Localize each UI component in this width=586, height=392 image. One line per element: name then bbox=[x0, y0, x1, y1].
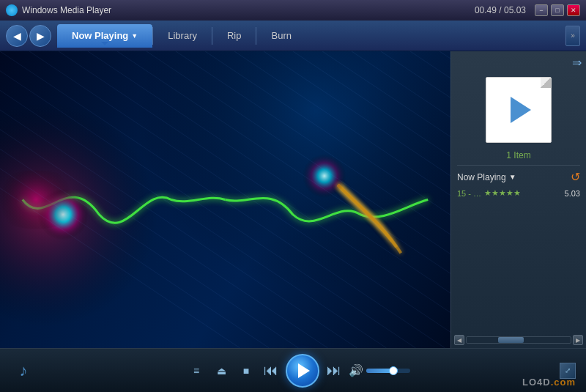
scroll-left-button[interactable]: ◀ bbox=[454, 335, 464, 345]
title-bar: Windows Media Player 00.49 / 05.03 − □ ✕ bbox=[0, 0, 586, 21]
close-button[interactable]: ✕ bbox=[567, 4, 580, 16]
scrollbar-track[interactable] bbox=[466, 336, 571, 344]
prev-button[interactable]: ⏮ bbox=[261, 360, 281, 381]
item-count: 1 Item bbox=[451, 146, 586, 163]
controls-bar: ♪ ≡ ⏏ ■ ⏮ Play ⏭ 🔊 ⤢ LO4D.com bbox=[0, 348, 586, 392]
main-content: ⇒ 1 Item Now Playing ▼ ↺ 15 - … ★★★★★ 5.… bbox=[0, 51, 586, 348]
track-name: 15 - … bbox=[457, 189, 481, 198]
more-tabs-button[interactable]: » bbox=[565, 26, 580, 46]
tab-library[interactable]: Library bbox=[153, 24, 212, 48]
track-duration: 5.03 bbox=[565, 189, 580, 198]
track-row: 15 - … ★★★★★ 5.03 bbox=[451, 187, 586, 199]
panel-divider-1 bbox=[457, 165, 580, 166]
back-forward-group: ◀ ▶ bbox=[6, 25, 51, 47]
volume-thumb bbox=[389, 366, 398, 375]
visualization-canvas bbox=[0, 51, 450, 348]
refresh-icon[interactable]: ↺ bbox=[571, 170, 580, 184]
play-icon bbox=[298, 363, 310, 378]
nav-bar: ◀ ▶ Now Playing ▼ Library Rip Burn » bbox=[0, 21, 586, 51]
playback-time: 00.49 / 05.03 bbox=[475, 5, 526, 15]
volume-slider[interactable] bbox=[366, 369, 410, 373]
panel-thumbnail bbox=[451, 74, 586, 146]
scrollbar-thumb bbox=[498, 337, 524, 343]
panel-top: ⇒ bbox=[451, 51, 586, 74]
volume-control: 🔊 bbox=[349, 363, 410, 377]
play-button[interactable] bbox=[286, 354, 319, 388]
minimize-button[interactable]: − bbox=[535, 4, 548, 16]
eject-button[interactable]: ⏏ bbox=[211, 360, 231, 381]
maximize-button[interactable]: □ bbox=[551, 4, 564, 16]
panel-scrollbar: ◀ ▶ bbox=[451, 332, 586, 348]
visualization-area bbox=[0, 51, 450, 348]
stop-button[interactable]: ■ bbox=[236, 360, 256, 381]
forward-button[interactable]: ▶ bbox=[29, 25, 51, 47]
playback-controls: ≡ ⏏ ■ ⏮ Play ⏭ 🔊 bbox=[44, 354, 552, 388]
app-icon bbox=[6, 4, 18, 16]
volume-icon: 🔊 bbox=[349, 363, 363, 377]
now-playing-bar: Now Playing ▼ ↺ bbox=[451, 167, 586, 187]
panel-arrow-icon[interactable]: ⇒ bbox=[572, 56, 582, 70]
thumbnail-fold bbox=[541, 78, 551, 88]
nav-tabs: Now Playing ▼ Library Rip Burn bbox=[57, 24, 563, 48]
next-button[interactable]: ⏭ bbox=[324, 360, 344, 381]
right-panel: ⇒ 1 Item Now Playing ▼ ↺ 15 - … ★★★★★ 5.… bbox=[450, 51, 586, 348]
now-playing-label[interactable]: Now Playing bbox=[457, 172, 506, 182]
tab-burn[interactable]: Burn bbox=[256, 24, 305, 48]
thumbnail-play-icon bbox=[511, 97, 531, 123]
tab-rip[interactable]: Rip bbox=[212, 24, 256, 48]
app-title: Windows Media Player bbox=[22, 5, 475, 15]
thumbnail-box bbox=[486, 77, 552, 143]
track-rating[interactable]: ★★★★★ bbox=[484, 188, 521, 198]
panel-spacer bbox=[451, 199, 586, 332]
tab-now-playing[interactable]: Now Playing ▼ bbox=[57, 24, 152, 48]
watermark: LO4D.com bbox=[522, 377, 576, 388]
playlist-button[interactable]: ≡ bbox=[186, 360, 207, 381]
scroll-right-button[interactable]: ▶ bbox=[573, 335, 583, 345]
now-playing-dropdown-arrow: ▼ bbox=[509, 173, 516, 181]
play-button-wrapper: Play bbox=[286, 354, 319, 388]
music-note-icon: ♪ bbox=[10, 361, 37, 380]
window-controls: − □ ✕ bbox=[535, 4, 580, 16]
back-button[interactable]: ◀ bbox=[6, 25, 28, 47]
